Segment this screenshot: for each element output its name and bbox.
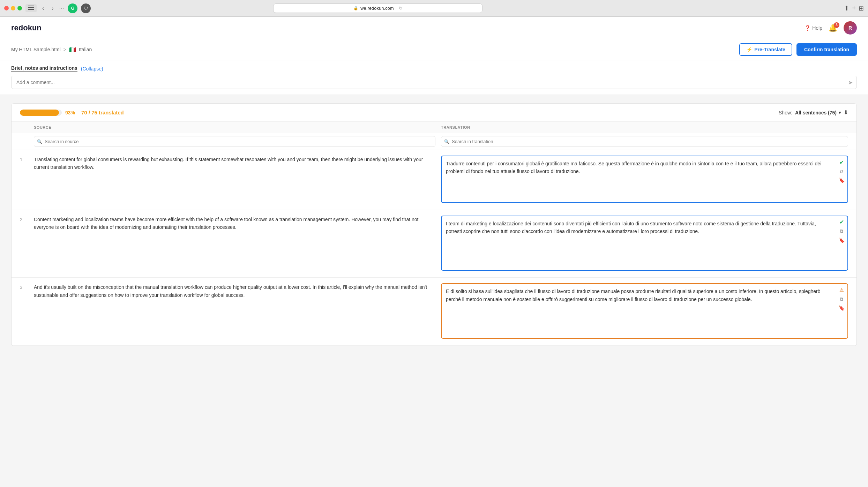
close-dot[interactable] [4,6,9,10]
app-logo: redokun [11,23,42,32]
pre-translate-button[interactable]: ⚡ Pre-Translate [739,43,792,56]
more-options-dots: ··· [59,6,65,11]
translation-search-input[interactable] [441,136,848,147]
help-button[interactable]: ❓ Help [805,25,822,31]
confirm-translation-button[interactable]: Confirm translation [796,43,857,56]
table-row: 1 Translating content for global consume… [12,150,856,210]
breadcrumb-separator: > [63,47,66,52]
send-icon[interactable]: ➤ [848,79,853,86]
minimize-dot[interactable] [11,6,15,10]
progress-card: 93% 70 / 75 translated Show: All sentenc… [11,103,857,346]
notification-badge: 3 [834,22,839,28]
source-cell-3: And it's usually built on the misconcept… [34,283,441,299]
help-icon: ❓ [805,25,810,31]
source-search-input[interactable] [34,136,435,147]
main-content: 93% 70 / 75 translated Show: All sentenc… [0,95,868,354]
browser-chrome: ‹ › ··· G 🛡 🔒 we.redokun.com ↻ ⬆ + ⊞ [0,0,868,17]
notes-section: Brief, notes and instructions (Collapse)… [0,60,868,95]
row-number-2: 2 [20,216,34,222]
copy-icon-2[interactable]: ⧉ [838,227,845,235]
lightning-icon: ⚡ [746,47,752,52]
reload-button[interactable]: ↻ [399,6,403,11]
notes-input[interactable] [11,76,857,89]
url-text: we.redokun.com [360,6,394,11]
help-label: Help [812,25,822,31]
progress-bar-wrap: 93% [20,110,75,116]
copy-icon-1[interactable]: ⧉ [838,167,845,175]
nav-forward-button[interactable]: › [50,5,55,12]
filter-label: All sentences (75) [795,110,837,115]
nav-back-button[interactable]: ‹ [40,5,46,12]
app-header: redokun ❓ Help 🔔 3 R [0,17,868,39]
progress-bar-fill [20,110,59,116]
show-section: Show: All sentences (75) ▾ ⬇ [779,109,848,116]
browser-traffic-lights [4,6,22,10]
new-tab-button[interactable]: + [852,5,856,12]
notification-button[interactable]: 🔔 3 [829,24,837,32]
source-search-wrap: 🔍 [34,136,435,147]
table-row: 3 And it's usually built on the misconce… [12,278,856,345]
maximize-dot[interactable] [17,6,22,10]
bookmark-icon-2[interactable]: 🔖 [838,237,845,244]
breadcrumb-language: Italian [79,47,92,52]
translation-textarea-1[interactable] [441,156,848,203]
translation-actions-1: ✔ ⧉ 🔖 [838,158,845,184]
search-translation-icon: 🔍 [444,139,449,144]
table-row: 2 Content marketing and localization tea… [12,210,856,278]
breadcrumb-file-link[interactable]: My HTML Sample.html [11,47,61,52]
translation-header: TRANSLATION [441,125,848,129]
header-right-section: ❓ Help 🔔 3 R [805,21,857,35]
search-row: 🔍 🔍 [12,133,856,150]
filter-icon[interactable]: ⬇ [844,109,848,116]
notes-title: Brief, notes and instructions [11,65,77,72]
source-cell-1: Translating content for global consumers… [34,156,441,171]
progress-percentage: 93% [65,110,75,115]
tabs-button[interactable]: ⊞ [859,5,864,12]
breadcrumb-actions: ⚡ Pre-Translate Confirm translation [739,43,857,56]
avatar[interactable]: R [844,21,857,35]
row-number-3: 3 [20,283,34,290]
svg-rect-0 [28,6,34,6]
browser-toolbar-actions: ⬆ + ⊞ [844,5,864,12]
row-number-header [20,125,34,129]
search-row-spacer [20,136,34,147]
notes-input-wrap: ➤ [11,76,857,89]
share-button[interactable]: ⬆ [844,5,849,12]
progress-header: 93% 70 / 75 translated Show: All sentenc… [12,104,856,122]
translation-cell-3: ⚠ ⧉ 🔖 [441,283,848,339]
table-header: SOURCE TRANSLATION [12,122,856,133]
address-bar[interactable]: 🔒 we.redokun.com ↻ [273,3,482,13]
warning-icon-3[interactable]: ⚠ [838,286,845,294]
show-label: Show: [779,110,792,115]
translation-actions-2: ✔ ⧉ 🔖 [838,218,845,244]
progress-bar-background [20,110,62,116]
translation-search-wrap: 🔍 [441,136,848,147]
translation-textarea-2[interactable] [441,216,848,271]
progress-count: 70 / 75 translated [81,110,124,115]
bookmark-icon-1[interactable]: 🔖 [838,177,845,184]
shield-icon: 🛡 [81,3,91,13]
pre-translate-label: Pre-Translate [754,47,785,52]
bookmark-icon-3[interactable]: 🔖 [838,304,845,312]
sidebar-toggle-button[interactable] [25,4,37,12]
source-header: SOURCE [34,125,441,129]
check-confirmed-icon-2[interactable]: ✔ [838,218,845,226]
translation-textarea-3[interactable] [441,283,848,338]
source-cell-2: Content marketing and localization teams… [34,216,441,231]
translation-cell-2: ✔ ⧉ 🔖 [441,216,848,272]
notes-header: Brief, notes and instructions (Collapse) [11,65,857,72]
translation-actions-3: ⚠ ⧉ 🔖 [838,286,845,312]
breadcrumb-flag: 🇮🇹 [69,46,76,53]
show-dropdown[interactable]: All sentences (75) ▾ [795,110,841,115]
breadcrumb: My HTML Sample.html > 🇮🇹 Italian [11,46,92,53]
svg-rect-1 [28,7,34,8]
row-number-1: 1 [20,156,34,162]
svg-rect-2 [28,9,34,10]
search-source-icon: 🔍 [37,139,42,144]
copy-icon-3[interactable]: ⧉ [838,295,845,303]
lock-icon: 🔒 [353,6,358,10]
notes-collapse-button[interactable]: (Collapse) [81,66,103,72]
translation-cell-1: ✔ ⧉ 🔖 [441,156,848,204]
check-confirmed-icon-1[interactable]: ✔ [838,158,845,166]
chevron-down-icon: ▾ [839,110,841,115]
